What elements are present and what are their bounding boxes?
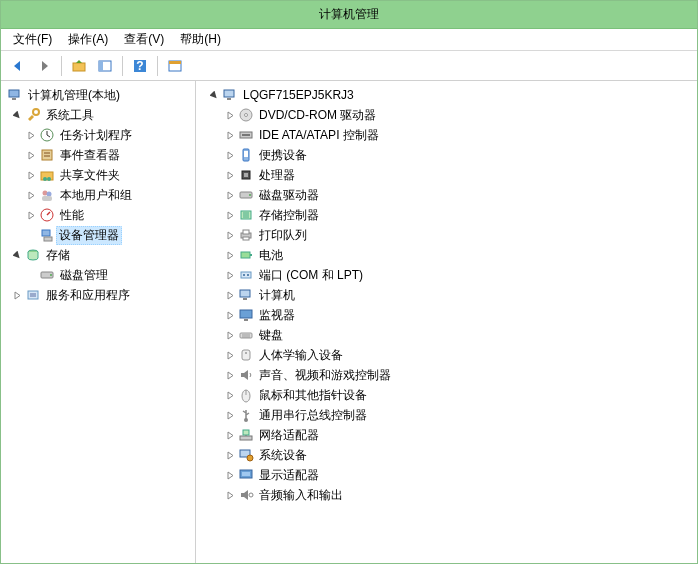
tree-local-users[interactable]: 本地用户和组 [1, 185, 195, 205]
device-category[interactable]: 计算机 [196, 285, 697, 305]
computer-icon [238, 287, 254, 303]
window-title: 计算机管理 [319, 6, 379, 23]
expander-closed-icon[interactable] [224, 169, 236, 181]
device-category[interactable]: 鼠标和其他指针设备 [196, 385, 697, 405]
expander-closed-icon[interactable] [224, 469, 236, 481]
menu-file[interactable]: 文件(F) [7, 29, 58, 50]
tree-shared-folders-label: 共享文件夹 [59, 167, 121, 184]
menu-help[interactable]: 帮助(H) [174, 29, 227, 50]
forward-button[interactable] [33, 55, 55, 77]
expander-closed-icon[interactable] [224, 209, 236, 221]
back-button[interactable] [7, 55, 29, 77]
tree-task-scheduler[interactable]: 任务计划程序 [1, 125, 195, 145]
svg-rect-59 [240, 436, 252, 440]
expander-closed-icon[interactable] [224, 109, 236, 121]
expander-closed-icon[interactable] [224, 309, 236, 321]
device-category[interactable]: 电池 [196, 245, 697, 265]
device-category[interactable]: 系统设备 [196, 445, 697, 465]
device-category[interactable]: 处理器 [196, 165, 697, 185]
device-category[interactable]: 存储控制器 [196, 205, 697, 225]
tree-storage[interactable]: 存储 [1, 245, 195, 265]
show-hide-tree-button[interactable] [94, 55, 116, 77]
tree-disk-mgmt[interactable]: 磁盘管理 [1, 265, 195, 285]
device-category[interactable]: 便携设备 [196, 145, 697, 165]
svg-point-18 [47, 192, 52, 197]
expander-closed-icon[interactable] [25, 129, 37, 141]
audio-icon [238, 367, 254, 383]
svg-rect-37 [244, 173, 248, 177]
expander-closed-icon[interactable] [224, 249, 236, 261]
tree-services-apps[interactable]: 服务和应用程序 [1, 285, 195, 305]
menu-action[interactable]: 操作(A) [62, 29, 114, 50]
tree-performance[interactable]: 性能 [1, 205, 195, 225]
device-category[interactable]: DVD/CD-ROM 驱动器 [196, 105, 697, 125]
expander-closed-icon[interactable] [224, 189, 236, 201]
tree-system-tools[interactable]: 系统工具 [1, 105, 195, 125]
expander-closed-icon[interactable] [25, 189, 37, 201]
device-category[interactable]: 显示适配器 [196, 465, 697, 485]
expander-closed-icon[interactable] [224, 289, 236, 301]
svg-rect-54 [242, 350, 250, 360]
svg-point-16 [47, 177, 51, 181]
expander-closed-icon[interactable] [224, 489, 236, 501]
device-tree: LQGF715EPJ5KRJ3 DVD/CD-ROM 驱动器IDE ATA/AT… [196, 81, 697, 563]
expander-closed-icon[interactable] [224, 349, 236, 361]
portable-icon [238, 147, 254, 163]
tree-device-manager[interactable]: 设备管理器 [1, 225, 195, 245]
up-button[interactable] [68, 55, 90, 77]
svg-rect-2 [99, 61, 103, 71]
svg-rect-51 [240, 310, 252, 318]
device-category[interactable]: 音频输入和输出 [196, 485, 697, 505]
keyboard-icon [238, 327, 254, 343]
device-category[interactable]: 声音、视频和游戏控制器 [196, 365, 697, 385]
title-bar: 计算机管理 [1, 1, 697, 29]
monitor-icon [238, 307, 254, 323]
svg-rect-42 [243, 230, 249, 234]
expander-closed-icon[interactable] [224, 369, 236, 381]
expander-closed-icon[interactable] [224, 449, 236, 461]
system-icon [238, 447, 254, 463]
tree-event-viewer[interactable]: 事件查看器 [1, 145, 195, 165]
expander-closed-icon[interactable] [224, 329, 236, 341]
device-category[interactable]: 磁盘驱动器 [196, 185, 697, 205]
expander-closed-icon[interactable] [25, 169, 37, 181]
device-category-label: 通用串行总线控制器 [258, 407, 368, 424]
device-category[interactable]: 打印队列 [196, 225, 697, 245]
event-icon [39, 147, 55, 163]
device-category-label: 鼠标和其他指针设备 [258, 387, 368, 404]
device-category[interactable]: 端口 (COM 和 LPT) [196, 265, 697, 285]
expander-open-icon[interactable] [11, 249, 23, 261]
expander-closed-icon[interactable] [224, 269, 236, 281]
device-category[interactable]: 监视器 [196, 305, 697, 325]
expander-closed-icon[interactable] [224, 389, 236, 401]
expander-closed-icon[interactable] [11, 289, 23, 301]
expander-closed-icon[interactable] [224, 129, 236, 141]
expander-open-icon[interactable] [11, 109, 23, 121]
device-category[interactable]: 通用串行总线控制器 [196, 405, 697, 425]
expander-closed-icon[interactable] [224, 429, 236, 441]
svg-rect-44 [241, 252, 250, 258]
expander-closed-icon[interactable] [25, 209, 37, 221]
device-category[interactable]: 键盘 [196, 325, 697, 345]
device-category[interactable]: 网络适配器 [196, 425, 697, 445]
expander-closed-icon[interactable] [224, 229, 236, 241]
device-category-label: 端口 (COM 和 LPT) [258, 267, 364, 284]
menu-bar: 文件(F) 操作(A) 查看(V) 帮助(H) [1, 29, 697, 51]
expander-closed-icon[interactable] [224, 149, 236, 161]
toolbar-separator [122, 56, 123, 76]
help-button[interactable]: ? [129, 55, 151, 77]
battery-icon [238, 247, 254, 263]
device-category[interactable]: 人体学输入设备 [196, 345, 697, 365]
device-category[interactable]: IDE ATA/ATAPI 控制器 [196, 125, 697, 145]
expander-closed-icon[interactable] [224, 409, 236, 421]
folder-up-icon [71, 58, 87, 74]
props-button[interactable] [164, 55, 186, 77]
expander-closed-icon[interactable] [25, 149, 37, 161]
expander-open-icon[interactable] [208, 89, 220, 101]
device-host[interactable]: LQGF715EPJ5KRJ3 [196, 85, 697, 105]
tree-system-tools-label: 系统工具 [45, 107, 95, 124]
tree-root-computer-management[interactable]: 计算机管理(本地) [1, 85, 195, 105]
menu-view[interactable]: 查看(V) [118, 29, 170, 50]
disk-icon [39, 267, 55, 283]
tree-shared-folders[interactable]: 共享文件夹 [1, 165, 195, 185]
